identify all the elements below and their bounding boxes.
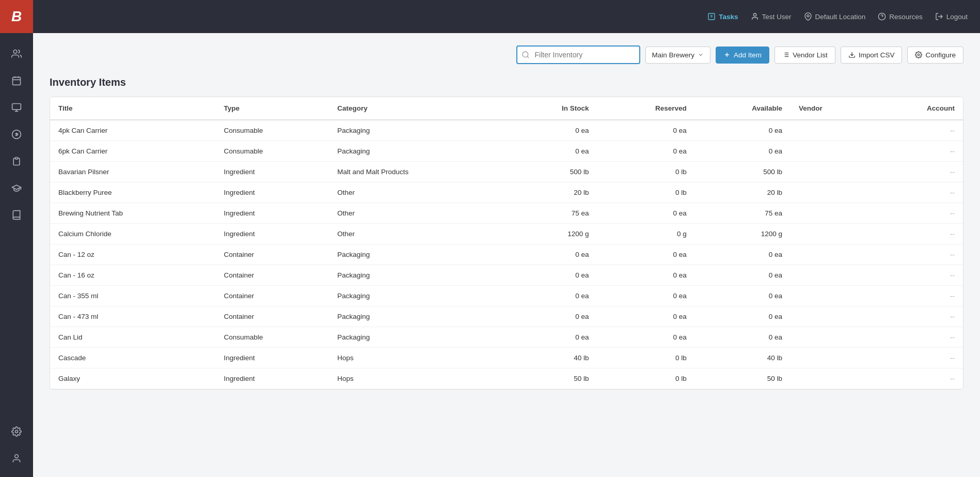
settings-icon	[11, 426, 22, 437]
table-row[interactable]: Galaxy Ingredient Hops 50 lb 0 lb 50 lb …	[50, 368, 963, 389]
cell-in-stock: 1200 g	[508, 224, 597, 244]
table-row[interactable]: 4pk Can Carrier Consumable Packaging 0 e…	[50, 120, 963, 141]
nav-tasks-label: Tasks	[719, 13, 738, 21]
nav-test-user[interactable]: Test User	[751, 12, 792, 21]
cell-available: 0 ea	[695, 327, 791, 348]
table-row[interactable]: Can - 16 oz Container Packaging 0 ea 0 e…	[50, 265, 963, 286]
nav-question-icon	[878, 12, 886, 21]
search-input[interactable]	[516, 45, 640, 64]
nav-user-icon	[751, 12, 759, 21]
nav-default-location[interactable]: Default Location	[804, 12, 866, 21]
table-row[interactable]: Can - 12 oz Container Packaging 0 ea 0 e…	[50, 244, 963, 265]
calendar-icon	[11, 75, 22, 86]
cell-type: Consumable	[215, 327, 329, 348]
cell-in-stock: 0 ea	[508, 120, 597, 141]
sidebar-item-settings[interactable]	[4, 419, 29, 444]
cell-account: --	[873, 327, 963, 348]
table-header-row: Title Type Category In Stock Reserved Av…	[50, 97, 963, 120]
cell-reserved: 0 ea	[597, 203, 695, 224]
cell-account: --	[873, 286, 963, 306]
cell-title: 6pk Can Carrier	[50, 141, 215, 162]
table-row[interactable]: Calcium Chloride Ingredient Other 1200 g…	[50, 224, 963, 244]
cell-title: 4pk Can Carrier	[50, 120, 215, 141]
sidebar-item-dollar[interactable]	[4, 122, 29, 147]
svg-rect-10	[15, 158, 18, 159]
nav-location-icon	[804, 12, 812, 21]
table-row[interactable]: Brewing Nutrient Tab Ingredient Other 75…	[50, 203, 963, 224]
cell-account: --	[873, 162, 963, 182]
cell-available: 0 ea	[695, 120, 791, 141]
cell-in-stock: 0 ea	[508, 141, 597, 162]
table-row[interactable]: Can - 473 ml Container Packaging 0 ea 0 …	[50, 306, 963, 327]
app-logo[interactable]: B	[0, 0, 33, 33]
table-row[interactable]: Can - 355 ml Container Packaging 0 ea 0 …	[50, 286, 963, 306]
cell-category: Hops	[329, 348, 508, 368]
nav-tasks[interactable]: Tasks	[707, 12, 738, 21]
table-row[interactable]: Blackberry Puree Ingredient Other 20 lb …	[50, 182, 963, 203]
chevron-down-icon	[698, 52, 704, 58]
top-navigation: Tasks Test User Default Location Resourc…	[33, 0, 980, 33]
table-row[interactable]: 6pk Can Carrier Consumable Packaging 0 e…	[50, 141, 963, 162]
cell-title: Can - 473 ml	[50, 306, 215, 327]
sidebar-item-people[interactable]	[4, 41, 29, 66]
cell-reserved: 0 ea	[597, 286, 695, 306]
cell-type: Ingredient	[215, 182, 329, 203]
vendor-list-button[interactable]: Vendor List	[774, 47, 835, 64]
cell-account: --	[873, 368, 963, 389]
sidebar-item-graduation[interactable]	[4, 176, 29, 201]
sidebar-bottom	[0, 419, 33, 477]
nav-resources[interactable]: Resources	[878, 12, 923, 21]
cell-vendor	[791, 162, 873, 182]
dollar-icon	[11, 129, 22, 140]
vendor-list-label: Vendor List	[793, 51, 828, 59]
sidebar-item-monitor[interactable]	[4, 95, 29, 120]
cell-available: 1200 g	[695, 224, 791, 244]
cell-vendor	[791, 182, 873, 203]
sidebar-item-clipboard[interactable]	[4, 149, 29, 174]
cell-category: Hops	[329, 368, 508, 389]
cell-reserved: 0 lb	[597, 368, 695, 389]
table-row[interactable]: Bavarian Pilsner Ingredient Malt and Mal…	[50, 162, 963, 182]
import-csv-button[interactable]: Import CSV	[841, 47, 903, 64]
cell-reserved: 0 g	[597, 224, 695, 244]
svg-point-0	[13, 50, 17, 54]
cell-available: 75 ea	[695, 203, 791, 224]
cell-vendor	[791, 348, 873, 368]
list-icon	[782, 51, 789, 58]
cell-vendor	[791, 224, 873, 244]
cell-vendor	[791, 203, 873, 224]
cell-title: Galaxy	[50, 368, 215, 389]
sidebar-item-calendar[interactable]	[4, 68, 29, 93]
svg-point-17	[807, 15, 809, 17]
configure-button[interactable]: Configure	[907, 47, 963, 64]
cell-reserved: 0 ea	[597, 244, 695, 265]
col-header-in-stock: In Stock	[508, 97, 597, 120]
sidebar: B	[0, 0, 33, 477]
cell-in-stock: 0 ea	[508, 265, 597, 286]
cell-account: --	[873, 244, 963, 265]
logo-text: B	[11, 8, 22, 25]
cell-vendor	[791, 327, 873, 348]
table-row[interactable]: Cascade Ingredient Hops 40 lb 0 lb 40 lb…	[50, 348, 963, 368]
sidebar-item-book[interactable]	[4, 203, 29, 227]
cell-type: Container	[215, 265, 329, 286]
main-area: Tasks Test User Default Location Resourc…	[33, 0, 980, 477]
cell-category: Other	[329, 182, 508, 203]
cell-category: Other	[329, 203, 508, 224]
search-box	[516, 45, 640, 64]
cell-account: --	[873, 141, 963, 162]
cell-vendor	[791, 244, 873, 265]
add-item-button[interactable]: Add Item	[716, 47, 769, 64]
cell-available: 0 ea	[695, 306, 791, 327]
cell-type: Ingredient	[215, 224, 329, 244]
sidebar-item-user[interactable]	[4, 446, 29, 471]
table-row[interactable]: Can Lid Consumable Packaging 0 ea 0 ea 0…	[50, 327, 963, 348]
location-dropdown[interactable]: Main Brewery	[645, 47, 711, 64]
configure-icon	[915, 51, 922, 58]
nav-logout[interactable]: Logout	[935, 12, 968, 21]
cell-reserved: 0 lb	[597, 348, 695, 368]
cell-category: Packaging	[329, 265, 508, 286]
inventory-table-body: 4pk Can Carrier Consumable Packaging 0 e…	[50, 120, 963, 389]
search-icon	[521, 51, 530, 59]
cell-category: Packaging	[329, 120, 508, 141]
